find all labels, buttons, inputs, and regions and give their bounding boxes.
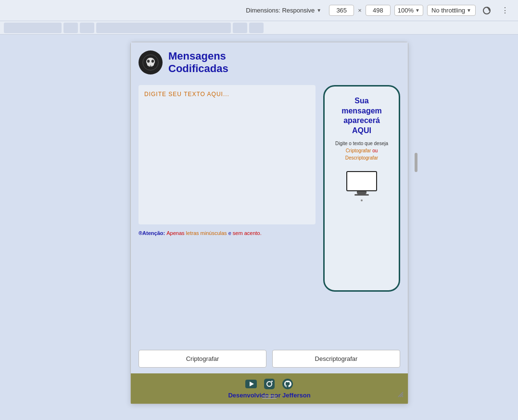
tab-segment-3[interactable] [80,23,94,33]
scrollbar-handle[interactable] [415,153,417,172]
warning-lowercase: letras minúsculas [186,230,228,236]
warning-no-accent: sem acento. [233,230,262,236]
more-options-label: ⋮ [501,6,509,15]
svg-rect-12 [264,379,275,389]
buttons-row: Criptografar Descriptografar [139,350,400,368]
tab-segment-1[interactable] [4,23,62,33]
app-title-line1: Mensagens [168,50,228,62]
app-content: Mensagens Codificadas ®Atenção: Apenas l… [131,42,408,350]
app-title: Mensagens Codificadas [168,50,228,75]
throttle-label: No throttling [431,7,465,14]
svg-line-18 [402,396,403,397]
skull-icon [142,54,159,71]
warning-text: ®Atenção: Apenas letras minúsculas e sem… [139,230,316,236]
tab-segment-6[interactable] [249,23,264,33]
tab-segment-2[interactable] [63,23,78,33]
message-input[interactable] [139,85,316,224]
tab-segment-4 [96,23,231,33]
app-footer: Desenvolvido por Jefferson [131,373,408,404]
phone-message-sub: Digite o texto que deseja Criptografar o… [330,140,393,161]
device-frame: Mensagens Codificadas ®Atenção: Apenas l… [130,42,408,404]
warning-and: e [228,230,233,236]
resize-handle[interactable] [262,395,277,399]
svg-point-5 [152,60,154,63]
phone-dot [361,199,363,201]
phone-mockup: Sua mensagem aparecerá AQUI Digite o tex… [323,85,400,292]
throttle-chevron-icon: ▼ [467,8,471,13]
toolbar: Dimensions: Responsive ▼ × 100% ▼ No thr… [0,0,518,21]
buttons-container: Criptografar Descriptografar [131,350,408,373]
canvas-area: Mensagens Codificadas ®Atenção: Apenas l… [0,35,518,420]
github-icon[interactable] [282,378,293,390]
zoom-label: 100% [398,7,414,14]
dimensions-chevron-icon: ▼ [316,8,321,13]
svg-point-4 [147,60,150,63]
monitor-screen [346,171,377,191]
tab-bar [0,21,518,35]
left-column: ®Atenção: Apenas letras minúsculas e sem… [139,85,316,244]
dimension-separator: × [358,7,362,14]
monitor-icon [346,171,377,196]
throttle-selector[interactable]: No throttling ▼ [427,5,476,16]
resize-line-1 [262,395,277,396]
more-options-icon[interactable]: ⋮ [498,3,512,18]
instagram-icon[interactable] [264,378,275,390]
width-input[interactable] [329,5,354,16]
encrypt-button[interactable]: Criptografar [139,350,266,368]
resize-corner[interactable] [397,391,404,400]
warning-attention: ®Atenção: [139,230,166,236]
svg-point-14 [271,381,273,382]
app-logo [139,50,163,74]
footer-icons [245,378,293,390]
app-main: ®Atenção: Apenas letras minúsculas e sem… [139,85,400,292]
dimensions-label: Dimensions: Responsive [246,7,315,14]
tab-segment-5[interactable] [233,23,247,33]
monitor-base [354,194,369,196]
decrypt-button[interactable]: Descriptografar [272,350,400,368]
zoom-chevron-icon: ▼ [415,8,420,13]
resize-line-2 [262,398,277,399]
youtube-icon[interactable] [245,378,257,390]
warning-only: Apenas [166,230,186,236]
rotate-icon[interactable] [480,3,494,18]
app-title-line2: Codificadas [168,62,228,75]
phone-message-title: Sua mensagem aparecerá AQUI [341,96,382,136]
height-input[interactable] [366,5,391,16]
app-header: Mensagens Codificadas [139,50,400,75]
dimensions-selector[interactable]: Dimensions: Responsive ▼ [242,5,325,16]
zoom-selector[interactable]: 100% ▼ [394,5,423,16]
